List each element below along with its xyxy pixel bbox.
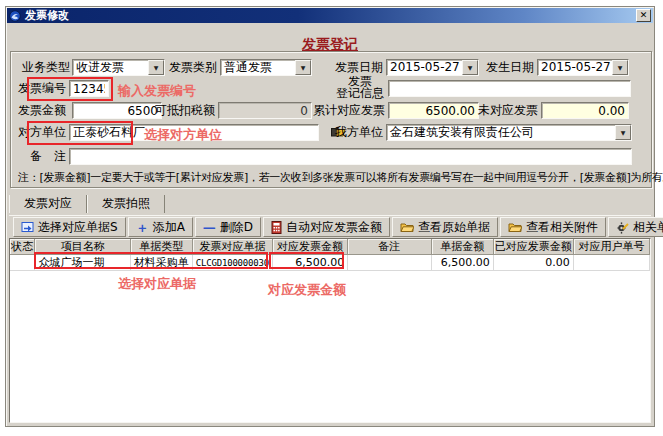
summary-icon — [616, 221, 629, 234]
remark-label: 备 注 — [10, 148, 66, 165]
invoice-date-select[interactable]: 2015-05-27 ▼ — [386, 59, 479, 76]
titlebar: 发票修改 ✕ — [7, 8, 653, 23]
unmatched-total-label: 未对应发票 — [469, 102, 538, 119]
matching-table: 状态 项目名称 单据类型 发票对应单据 对应发票金额 备注 单据金额 已对应发票… — [10, 239, 650, 271]
add-button[interactable]: ＋ 添加A — [128, 217, 193, 237]
register-info-label: 发票 登记信息 — [334, 75, 386, 99]
invoice-amount-label: 发票金额 — [10, 102, 66, 119]
view-original-doc-button[interactable]: 查看原始单据 — [392, 217, 498, 237]
col-doc-amount: 单据金额 — [431, 239, 493, 255]
view-attachments-button[interactable]: 查看相关附件 — [500, 217, 606, 237]
select-matching-doc-button[interactable]: 选择对应单据S — [13, 217, 126, 237]
our-unit-label: 我方单位 — [326, 124, 383, 141]
col-project-name: 项目名称 — [35, 239, 130, 255]
invoice-no-input[interactable] — [69, 80, 109, 97]
invoice-category-label: 发票类别 — [158, 59, 217, 76]
select-doc-annotation: 选择对应单据 — [118, 275, 196, 293]
col-doc-type: 单据类型 — [130, 239, 192, 255]
register-info-input[interactable] — [388, 80, 631, 97]
chevron-down-icon[interactable]: ▼ — [612, 60, 628, 75]
add-icon: ＋ — [136, 221, 149, 234]
invoice-category-select[interactable]: 普通发票 ▼ — [220, 59, 312, 76]
delete-button[interactable]: — 删除D — [195, 217, 261, 237]
unmatched-total-input — [541, 102, 629, 119]
deductible-tax-label: 可抵扣税额 — [144, 102, 215, 119]
chevron-down-icon[interactable]: ▼ — [615, 125, 631, 140]
deductible-tax-input — [218, 102, 312, 119]
invoice-no-hint: 输入发票编号 — [118, 82, 196, 100]
tab-invoice-photo[interactable]: 发票拍照 — [87, 195, 165, 213]
counterpart-unit-label: 对方单位 — [10, 124, 66, 141]
app-icon — [9, 10, 21, 22]
form-note: 注：[发票金额]一定要大于或等于[累计对应发票]，若一次收到多张发票可以将所有发… — [18, 170, 663, 185]
matched-total-input — [388, 102, 479, 119]
tabstrip: 发票对应 发票拍照 — [9, 195, 165, 213]
matched-amount-annotation: 对应发票金额 — [268, 281, 346, 299]
counterpart-hint: 选择对方单位 — [144, 126, 222, 144]
business-type-select[interactable]: 收进发票 ▼ — [72, 59, 165, 76]
col-matching-doc: 发票对应单据 — [192, 239, 272, 255]
remove-icon: — — [203, 221, 216, 234]
folder-icon — [400, 221, 414, 233]
col-already-matched-amount: 已对应发票金额 — [493, 239, 573, 255]
remark-input[interactable] — [69, 148, 632, 165]
col-status: 状态 — [10, 239, 35, 255]
table-row[interactable]: 众城广场一期 材料采购单 CLCGD100000030 6,500.00 6,5… — [10, 255, 650, 271]
chevron-down-icon[interactable]: ▼ — [295, 60, 311, 75]
invoice-no-label: 发票编号 — [10, 80, 66, 97]
our-unit-select[interactable]: 金石建筑安装有限责任公司 ▼ — [386, 124, 632, 141]
grid-header-row: 状态 项目名称 单据类型 发票对应单据 对应发票金额 备注 单据金额 已对应发票… — [10, 239, 650, 255]
calculator-icon — [271, 221, 282, 234]
related-doc-summary-button[interactable]: 相关单据明细汇总 — [608, 217, 663, 237]
matching-grid: 状态 项目名称 单据类型 发票对应单据 对应发票金额 备注 单据金额 已对应发票… — [9, 238, 651, 423]
occur-date-select[interactable]: 2015-05-27 ▼ — [537, 59, 629, 76]
col-user-doc-no: 对应用户单号 — [573, 239, 649, 255]
folder-icon — [508, 221, 522, 233]
auto-match-amount-button[interactable]: 自动对应发票金额 — [263, 217, 390, 237]
toolbar: 选择对应单据S ＋ 添加A — 删除D 自动对应发票金额 — [9, 215, 651, 238]
tab-invoice-matching[interactable]: 发票对应 — [9, 195, 87, 213]
invoice-edit-window: 发票修改 ✕ 发票登记 业务类型 收进发票 ▼ 发票类别 普通发票 ▼ 发票日期… — [5, 6, 655, 427]
col-matched-invoice-amount: 对应发票金额 — [272, 239, 347, 255]
close-icon[interactable]: ✕ — [636, 9, 651, 22]
matched-total-label: 累计对应发票 — [304, 102, 385, 119]
select-document-icon — [21, 221, 34, 233]
window-title: 发票修改 — [25, 8, 69, 23]
business-type-label: 业务类型 — [10, 59, 70, 76]
occur-date-label: 发生日期 — [475, 59, 534, 76]
col-remark: 备注 — [348, 239, 431, 255]
